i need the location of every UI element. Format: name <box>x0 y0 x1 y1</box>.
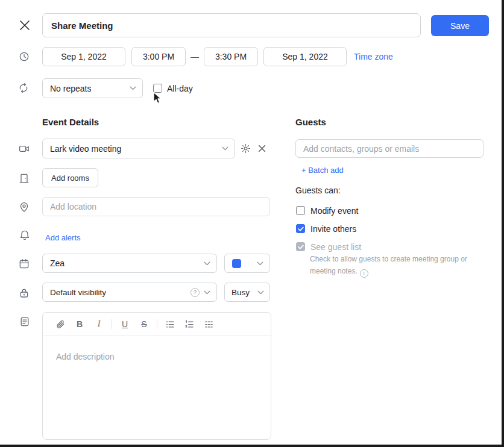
chevron-down-icon <box>257 290 264 295</box>
chevron-down-icon <box>257 261 263 266</box>
paperclip-icon <box>55 319 66 330</box>
start-time-field[interactable]: 3:00 PM <box>131 47 186 66</box>
invite-others-label[interactable]: Invite others <box>310 224 356 234</box>
close-button[interactable] <box>18 19 31 32</box>
close-icon <box>258 145 266 152</box>
description-input[interactable]: Add description <box>43 336 271 377</box>
gear-icon <box>241 143 251 154</box>
mouse-cursor <box>153 92 163 105</box>
lock-icon <box>19 287 30 298</box>
video-camera-icon <box>19 143 30 154</box>
modify-event-checkbox[interactable] <box>296 206 305 215</box>
italic-button[interactable]: I <box>90 316 108 332</box>
check-icon <box>298 245 304 249</box>
event-details-heading: Event Details <box>42 117 99 127</box>
video-meeting-select[interactable]: Lark video meeting <box>42 139 235 158</box>
calendar-select[interactable]: Zea <box>42 254 217 273</box>
busy-status-value: Busy <box>232 288 250 297</box>
calendar-icon <box>19 258 30 269</box>
underline-button[interactable]: U <box>116 316 134 332</box>
numbered-list-button[interactable] <box>180 316 198 332</box>
add-alerts-link[interactable]: Add alerts <box>45 233 81 242</box>
numbered-list-icon <box>184 319 195 330</box>
end-time-field[interactable]: 3:30 PM <box>204 47 258 66</box>
chevron-down-icon <box>222 146 228 151</box>
bold-button[interactable]: B <box>71 316 89 332</box>
guests-can-label: Guests can: <box>295 186 341 195</box>
check-icon <box>298 227 304 231</box>
save-button[interactable]: Save <box>431 15 489 36</box>
repeat-icon <box>18 83 29 93</box>
chevron-down-icon <box>130 86 136 90</box>
description-icon <box>19 316 30 327</box>
description-toolbar: B I U S <box>43 313 271 336</box>
allday-label[interactable]: All-day <box>167 84 193 93</box>
guests-heading: Guests <box>295 117 326 127</box>
toolbar-divider <box>112 319 112 329</box>
chevron-down-icon <box>204 290 210 295</box>
remove-video-meeting-button[interactable] <box>258 145 266 152</box>
event-color-select[interactable] <box>224 254 270 273</box>
bullet-list-button[interactable] <box>161 316 179 332</box>
color-swatch <box>232 259 241 268</box>
bell-icon <box>19 230 30 240</box>
allday-checkbox[interactable] <box>153 84 162 93</box>
timezone-link[interactable]: Time zone <box>354 52 393 61</box>
event-editor-window: Save Sep 1, 2022 3:00 PM — 3:30 PM Sep 1… <box>0 0 504 447</box>
guests-input[interactable] <box>295 139 484 158</box>
invite-others-checkbox[interactable] <box>296 224 305 233</box>
visibility-select-value: Default visibility <box>50 288 106 297</box>
bullet-list-icon <box>165 319 175 330</box>
busy-status-select[interactable]: Busy <box>224 283 270 302</box>
meeting-room-icon <box>19 173 30 184</box>
see-guest-list-checkbox <box>296 242 305 251</box>
see-guest-list-label: See guest list <box>310 242 361 252</box>
close-icon <box>19 19 31 31</box>
info-icon[interactable]: i <box>360 269 368 278</box>
event-title-input[interactable] <box>42 13 421 37</box>
repeat-select[interactable]: No repeats <box>42 78 143 98</box>
location-pin-icon <box>19 202 30 213</box>
clock-icon <box>19 51 30 62</box>
time-range-separator: — <box>186 47 204 66</box>
attachment-button[interactable] <box>51 316 69 332</box>
calendar-select-value: Zea <box>50 258 65 268</box>
visibility-select[interactable]: Default visibility ? <box>42 283 217 302</box>
start-date-field[interactable]: Sep 1, 2022 <box>42 47 125 66</box>
task-list-button[interactable] <box>200 316 218 332</box>
repeat-select-value: No repeats <box>50 84 91 93</box>
help-icon: ? <box>191 288 200 297</box>
modify-event-label[interactable]: Modify event <box>310 206 358 216</box>
strikethrough-button[interactable]: S <box>135 316 153 332</box>
location-input[interactable] <box>42 197 270 216</box>
video-meeting-value: Lark video meeting <box>50 144 121 154</box>
chevron-down-icon <box>204 261 210 266</box>
end-date-field[interactable]: Sep 1, 2022 <box>263 47 347 66</box>
video-settings-button[interactable] <box>241 143 251 154</box>
dashed-list-icon <box>204 319 214 330</box>
batch-add-link[interactable]: + Batch add <box>301 166 344 175</box>
add-rooms-button[interactable]: Add rooms <box>42 168 98 187</box>
toolbar-divider <box>157 319 157 329</box>
description-editor: B I U S Add description <box>42 312 271 440</box>
guest-helper-text: Check to allow guests to create meeting … <box>310 254 471 278</box>
guest-helper-text-content: Check to allow guests to create meeting … <box>310 255 467 275</box>
